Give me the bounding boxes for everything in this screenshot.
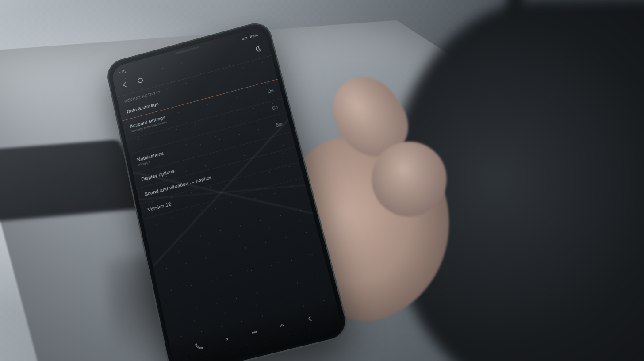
nav-phone-icon[interactable]: [194, 341, 204, 351]
svg-point-0: [138, 78, 143, 83]
signal-text: 4G: [242, 36, 248, 41]
nav-back-icon[interactable]: [305, 314, 315, 324]
row-value: On: [267, 88, 274, 94]
svg-point-3: [254, 332, 255, 333]
nav-up-icon[interactable]: [277, 320, 288, 330]
battery-text: 83%: [249, 33, 258, 39]
nav-grip-icon[interactable]: [249, 327, 259, 338]
back-icon[interactable]: [120, 80, 130, 90]
status-indicator: ◦ ◫: [119, 69, 126, 75]
nav-dot-icon[interactable]: [222, 334, 231, 344]
svg-point-4: [255, 331, 257, 333]
moon-icon[interactable]: [253, 44, 263, 54]
svg-point-1: [226, 338, 228, 340]
photo-scene: ◦ ◫ 4G 83% Rec: [0, 0, 644, 361]
search-icon[interactable]: [136, 76, 146, 85]
row-label: Version 12: [147, 201, 172, 212]
svg-point-2: [252, 332, 253, 334]
row-value: 5m: [276, 122, 283, 128]
row-value: On: [272, 105, 278, 111]
